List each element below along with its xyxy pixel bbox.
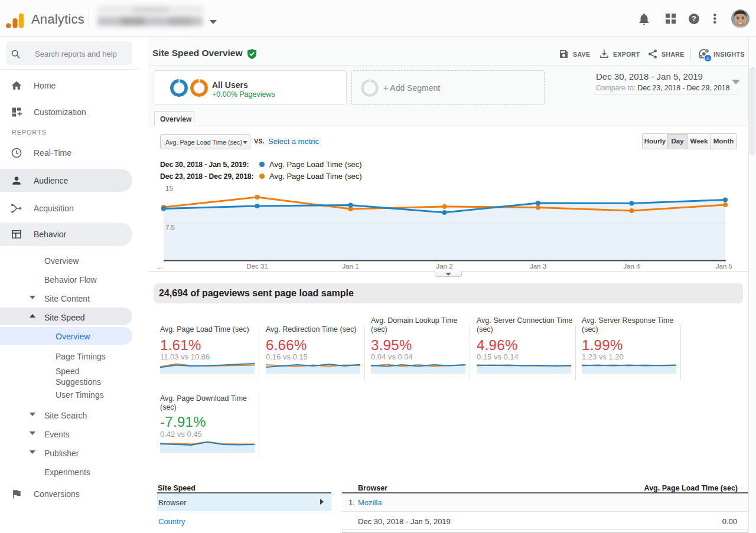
svg-text:15: 15 (165, 185, 173, 192)
svg-text:Jan 4: Jan 4 (623, 263, 640, 270)
svg-text:Jan 2: Jan 2 (436, 263, 452, 270)
svg-text:Dec 31: Dec 31 (246, 263, 268, 270)
svg-text:Jan 1: Jan 1 (342, 263, 359, 270)
svg-text:?: ? (692, 15, 696, 23)
svg-text:Jan 5: Jan 5 (716, 263, 732, 270)
svg-text:...: ... (157, 263, 162, 270)
svg-text:Jan 3: Jan 3 (530, 263, 546, 270)
svg-text:7.5: 7.5 (165, 224, 175, 231)
